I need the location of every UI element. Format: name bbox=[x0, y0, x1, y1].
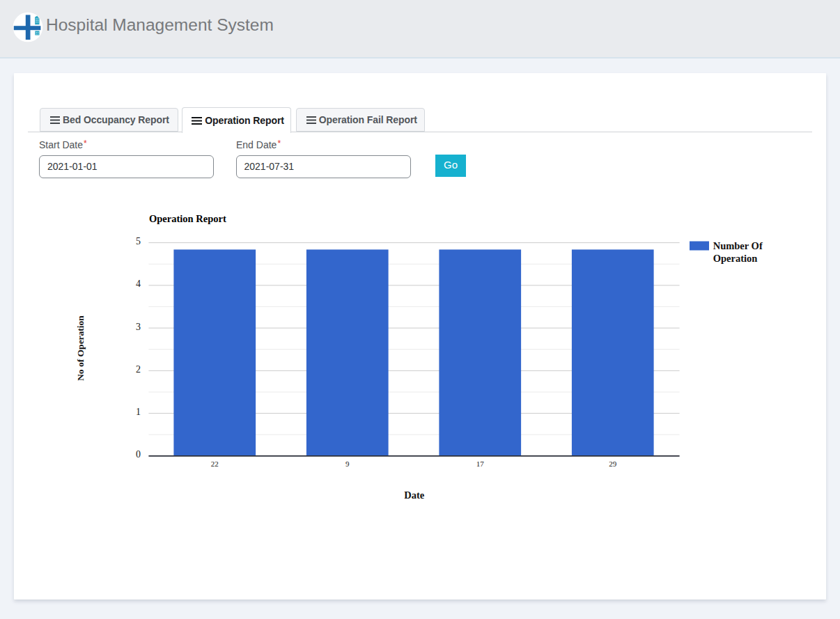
svg-text:Number Of: Number Of bbox=[713, 240, 763, 251]
svg-text:1: 1 bbox=[136, 407, 141, 417]
svg-text:5: 5 bbox=[136, 236, 141, 246]
svg-text:No of Operation: No of Operation bbox=[75, 315, 86, 381]
svg-text:4: 4 bbox=[136, 279, 141, 289]
svg-text:0: 0 bbox=[136, 449, 141, 460]
svg-text:29: 29 bbox=[609, 460, 617, 468]
svg-text:17: 17 bbox=[476, 460, 485, 468]
svg-text:Date: Date bbox=[404, 489, 425, 501]
svg-text:9: 9 bbox=[345, 460, 350, 468]
svg-text:Operation: Operation bbox=[713, 253, 758, 264]
svg-text:2: 2 bbox=[136, 364, 141, 375]
svg-text:22: 22 bbox=[211, 460, 219, 468]
svg-text:3: 3 bbox=[136, 322, 141, 332]
svg-text:Operation Report: Operation Report bbox=[149, 213, 226, 224]
